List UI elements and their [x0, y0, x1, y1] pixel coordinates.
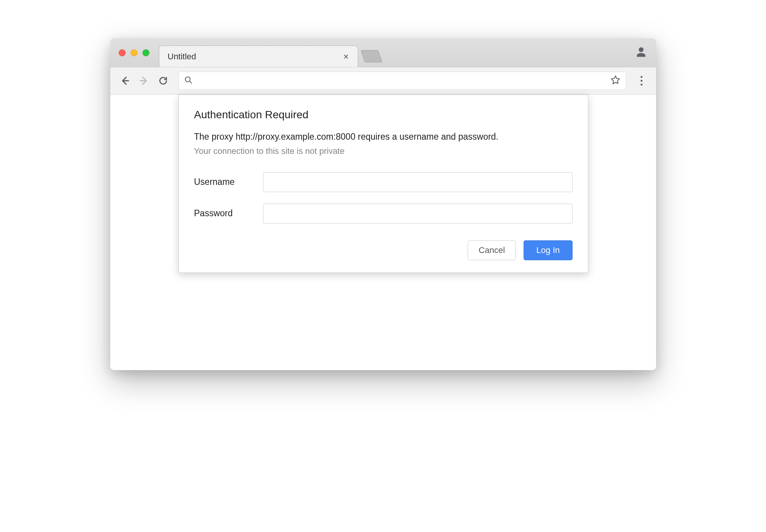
- dialog-title: Authentication Required: [194, 109, 573, 121]
- svg-point-2: [640, 80, 642, 82]
- login-button[interactable]: Log In: [524, 240, 572, 260]
- forward-button[interactable]: [136, 73, 152, 88]
- reload-button[interactable]: [155, 73, 171, 88]
- toolbar: [110, 67, 656, 95]
- dialog-buttons: Cancel Log In: [194, 240, 573, 260]
- account-icon[interactable]: [635, 46, 647, 59]
- browser-window: Untitled ×: [110, 38, 656, 370]
- svg-point-3: [640, 84, 642, 86]
- window-controls: [110, 49, 149, 56]
- dialog-warning: Your connection to this site is not priv…: [194, 146, 573, 156]
- username-field[interactable]: [263, 172, 573, 192]
- username-label: Username: [194, 177, 263, 187]
- username-row: Username: [194, 172, 573, 192]
- content-area: Authentication Required The proxy http:/…: [110, 95, 656, 370]
- tabs-strip: Untitled ×: [159, 38, 380, 67]
- dialog-message: The proxy http://proxy.example.com:8000 …: [194, 130, 573, 144]
- password-field[interactable]: [263, 204, 573, 224]
- tab-title: Untitled: [168, 52, 342, 62]
- search-icon: [184, 76, 193, 86]
- new-tab-button[interactable]: [360, 50, 382, 62]
- svg-point-1: [640, 76, 642, 78]
- address-input[interactable]: [196, 77, 611, 85]
- bookmark-star-icon[interactable]: [611, 75, 620, 86]
- cancel-button[interactable]: Cancel: [468, 240, 516, 260]
- close-tab-icon[interactable]: ×: [342, 51, 351, 62]
- menu-button[interactable]: [634, 73, 649, 88]
- address-bar[interactable]: [178, 72, 626, 90]
- minimize-window-button[interactable]: [131, 49, 137, 56]
- password-row: Password: [194, 204, 573, 224]
- back-button[interactable]: [117, 73, 133, 88]
- close-window-button[interactable]: [119, 49, 126, 56]
- tab-active[interactable]: Untitled ×: [159, 46, 358, 67]
- password-label: Password: [194, 208, 263, 219]
- maximize-window-button[interactable]: [142, 49, 149, 56]
- titlebar: Untitled ×: [110, 38, 656, 67]
- auth-dialog: Authentication Required The proxy http:/…: [178, 95, 588, 273]
